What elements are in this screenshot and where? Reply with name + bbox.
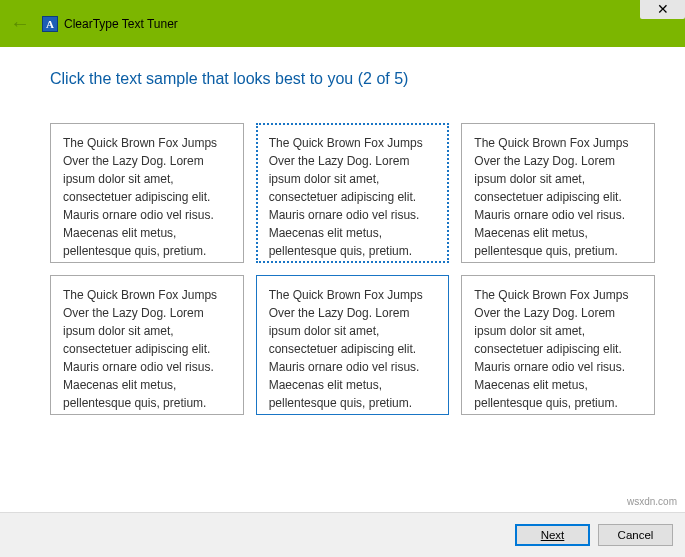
next-button[interactable]: Next	[515, 524, 590, 546]
text-sample-6[interactable]: The Quick Brown Fox Jumps Over the Lazy …	[461, 275, 655, 415]
samples-grid: The Quick Brown Fox Jumps Over the Lazy …	[50, 123, 655, 415]
text-sample-4[interactable]: The Quick Brown Fox Jumps Over the Lazy …	[50, 275, 244, 415]
watermark: wsxdn.com	[627, 496, 677, 507]
window-title: ClearType Text Tuner	[64, 17, 178, 31]
app-icon: A	[42, 16, 58, 32]
footer-bar: Next Cancel	[0, 512, 685, 557]
cancel-button[interactable]: Cancel	[598, 524, 673, 546]
page-heading: Click the text sample that looks best to…	[50, 70, 655, 88]
text-sample-3[interactable]: The Quick Brown Fox Jumps Over the Lazy …	[461, 123, 655, 263]
text-sample-2[interactable]: The Quick Brown Fox Jumps Over the Lazy …	[256, 123, 450, 263]
title-bar: ← A ClearType Text Tuner ✕	[0, 0, 685, 47]
back-arrow-icon[interactable]: ←	[10, 12, 30, 35]
content-area: Click the text sample that looks best to…	[0, 47, 685, 430]
text-sample-5[interactable]: The Quick Brown Fox Jumps Over the Lazy …	[256, 275, 450, 415]
text-sample-1[interactable]: The Quick Brown Fox Jumps Over the Lazy …	[50, 123, 244, 263]
close-button[interactable]: ✕	[640, 0, 685, 19]
